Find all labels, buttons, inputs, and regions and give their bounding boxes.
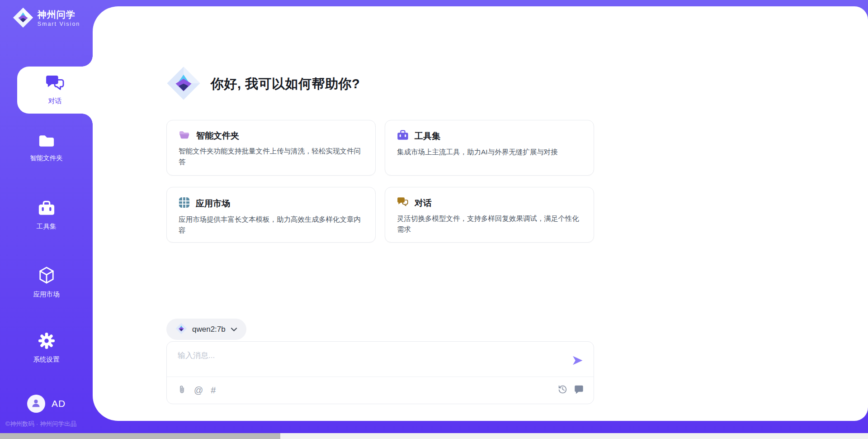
hash-icon: # [211, 386, 216, 395]
horizontal-scrollbar[interactable] [0, 433, 868, 439]
grid-icon [179, 197, 190, 210]
feature-cards: 智能文件夹 智能文件夹功能支持批量文件上传与清洗，轻松实现文件问答 工具集 集成… [166, 120, 594, 243]
card-description: 灵活切换多模型文件，支持多样回复效果调试，满足个性化需求 [397, 213, 582, 235]
sidebar-item-chat[interactable]: 对话 [17, 67, 93, 114]
history-icon [558, 385, 567, 396]
sidebar-item-label: 应用市场 [33, 290, 60, 299]
greeting: 你好, 我可以如何帮助你? [166, 66, 360, 102]
chat-bubbles-icon [397, 197, 409, 209]
card-description: 集成市场上主流工具，助力AI与外界无缝扩展与对接 [397, 147, 582, 157]
hash-button[interactable]: # [211, 386, 216, 395]
sidebar-item-toolset[interactable]: 工具集 [0, 200, 93, 231]
sidebar: 神州问学 Smart Vision 对话 智能文件夹 [0, 0, 93, 433]
card-title: 对话 [415, 197, 432, 209]
card-title: 工具集 [415, 130, 440, 142]
card-title: 智能文件夹 [196, 130, 239, 142]
mention-button[interactable]: @ [194, 386, 203, 395]
send-button[interactable] [570, 354, 585, 368]
feature-card-toolset[interactable]: 工具集 集成市场上主流工具，助力AI与外界无缝扩展与对接 [385, 120, 594, 176]
card-description: 应用市场提供丰富长文本模板，助力高效生成多样化文章内容 [179, 214, 363, 236]
diamond-logo-icon [166, 66, 201, 102]
diamond-logo-icon [175, 323, 187, 336]
sidebar-item-app-market[interactable]: 应用市场 [0, 266, 93, 299]
message-input[interactable] [178, 351, 553, 360]
user-initials: AD [52, 398, 66, 409]
feature-card-chat[interactable]: 对话 灵活切换多模型文件，支持多样回复效果调试，满足个性化需求 [385, 187, 594, 243]
history-button[interactable] [558, 385, 567, 396]
sidebar-item-label: 智能文件夹 [30, 154, 63, 162]
briefcase-icon [397, 130, 409, 143]
paperclip-icon [178, 385, 186, 396]
composer-divider [167, 377, 594, 377]
avatar [27, 395, 45, 413]
brand-subtitle: Smart Vision [38, 21, 80, 27]
chevron-down-icon [231, 325, 237, 334]
attach-button[interactable] [178, 385, 186, 396]
feature-card-app-market[interactable]: 应用市场 应用市场提供丰富长文本模板，助力高效生成多样化文章内容 [166, 187, 376, 243]
open-folder-icon [179, 130, 190, 142]
brand-name: 神州问学 [38, 10, 80, 20]
sidebar-item-label: 系统设置 [33, 355, 60, 364]
cube-icon [38, 266, 55, 286]
comment-icon [574, 385, 584, 396]
card-description: 智能文件夹功能支持批量文件上传与清洗，轻松实现文件问答 [179, 146, 363, 167]
diamond-logo-icon [13, 7, 33, 30]
composer-toolbar: @ # [178, 382, 584, 398]
person-icon [31, 398, 41, 410]
model-selector[interactable]: qwen2:7b [166, 319, 246, 340]
gear-icon [38, 332, 55, 351]
card-title: 应用市场 [196, 198, 230, 210]
sidebar-item-smart-folder[interactable]: 智能文件夹 [0, 134, 93, 162]
page-title: 你好, 我可以如何帮助你? [211, 75, 360, 93]
model-selector-label: qwen2:7b [192, 325, 226, 334]
feature-card-smart-folder[interactable]: 智能文件夹 智能文件夹功能支持批量文件上传与清洗，轻松实现文件问答 [166, 120, 376, 176]
composer: @ # [166, 341, 594, 404]
scrollbar-thumb[interactable] [0, 433, 280, 439]
sidebar-item-settings[interactable]: 系统设置 [0, 332, 93, 364]
active-tab-curve-bottom [82, 114, 93, 124]
user-profile[interactable]: AD [0, 395, 93, 413]
chat-bubbles-icon [45, 75, 65, 94]
sidebar-item-label: 工具集 [37, 222, 57, 231]
brand-logo: 神州问学 Smart Vision [0, 7, 93, 30]
mention-icon: @ [194, 386, 203, 395]
active-tab-curve-top [82, 56, 93, 67]
send-icon [571, 354, 584, 368]
briefcase-icon [38, 200, 55, 218]
folder-icon [38, 134, 55, 150]
sidebar-footer-text: ©神州数码 · 神州问学出品 [5, 420, 76, 428]
sidebar-item-label: 对话 [48, 97, 62, 105]
comment-button[interactable] [574, 385, 584, 396]
